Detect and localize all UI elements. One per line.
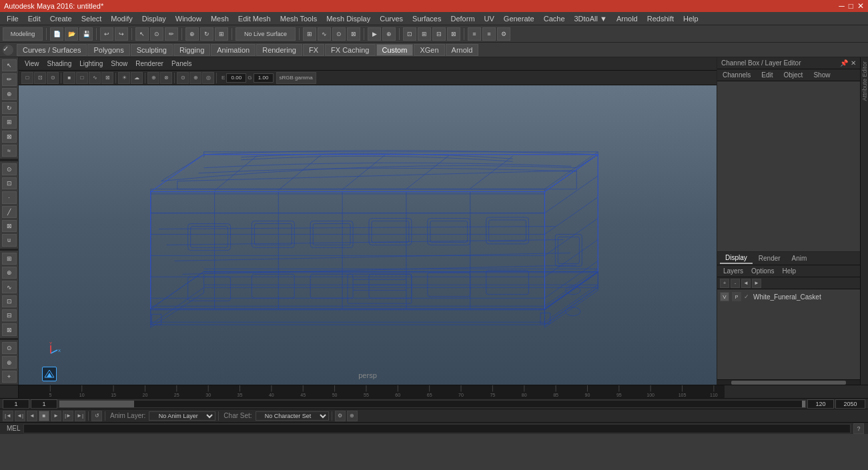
minimize-btn[interactable]: ─ bbox=[839, 1, 845, 11]
vp-menu-show[interactable]: Show bbox=[107, 59, 131, 68]
range-handle[interactable] bbox=[59, 401, 134, 407]
lasso-tool-btn[interactable]: ⊙ bbox=[150, 27, 163, 41]
extrude-btn[interactable]: ⊡ bbox=[2, 295, 17, 307]
menu-edit-mesh[interactable]: Edit Mesh bbox=[234, 14, 275, 23]
transport-next-key[interactable]: |► bbox=[63, 411, 73, 421]
anim-end-input[interactable] bbox=[835, 399, 865, 409]
tool-settings-btn[interactable]: ⚙ bbox=[497, 27, 510, 41]
panel-layout-btn[interactable]: ⊡ bbox=[403, 27, 416, 41]
help-icon[interactable]: ? bbox=[853, 423, 864, 434]
attribute-editor-tab[interactable]: Attribute Editor bbox=[860, 57, 868, 385]
transport-settings2[interactable]: ⊕ bbox=[347, 411, 358, 421]
vp-icon-wireframe[interactable]: □ bbox=[76, 72, 88, 84]
range-start-input[interactable] bbox=[3, 399, 29, 409]
uv-mode[interactable]: u bbox=[2, 234, 17, 246]
shelf-tab-arnold[interactable]: Arnold bbox=[446, 44, 479, 56]
panel-layout4-btn[interactable]: ⊠ bbox=[447, 27, 460, 41]
transport-goto-end[interactable]: ►| bbox=[75, 411, 85, 421]
range-slider[interactable] bbox=[59, 400, 806, 408]
exposure-input[interactable] bbox=[226, 73, 246, 83]
rotate-tool[interactable]: ↻ bbox=[2, 102, 17, 114]
vp-menu-shading[interactable]: Shading bbox=[44, 59, 75, 68]
timeline[interactable]: 5 10 15 20 25 30 35 40 45 50 5 bbox=[0, 385, 868, 398]
vp-icon-camera[interactable]: □ bbox=[21, 72, 33, 84]
save-scene-btn[interactable]: 💾 bbox=[79, 27, 93, 41]
menu-arnold[interactable]: Arnold bbox=[612, 14, 642, 23]
ipr-btn[interactable]: ⊕ bbox=[382, 27, 396, 41]
layer-delete-btn[interactable]: - bbox=[731, 279, 740, 288]
misc-tool3[interactable]: + bbox=[2, 371, 17, 383]
select-tool-btn[interactable]: ↖ bbox=[135, 27, 149, 41]
vp-icon-shading[interactable]: ■ bbox=[63, 72, 75, 84]
menu-mesh[interactable]: Mesh bbox=[207, 14, 233, 23]
menu-window[interactable]: Window bbox=[171, 14, 205, 23]
menu-mesh-tools[interactable]: Mesh Tools bbox=[276, 14, 321, 23]
transport-prev-key[interactable]: ◄| bbox=[15, 411, 25, 421]
range-end-input[interactable] bbox=[807, 399, 834, 409]
menu-help[interactable]: Help bbox=[679, 14, 703, 23]
rotate-tool-btn[interactable]: ↻ bbox=[200, 27, 213, 41]
range-end-handle[interactable] bbox=[802, 401, 805, 407]
new-scene-btn[interactable]: 📄 bbox=[50, 27, 63, 41]
snap-view-btn[interactable]: ⊠ bbox=[347, 27, 360, 41]
soft-mod-tool[interactable]: ≈ bbox=[2, 145, 17, 157]
vp-icon-show2[interactable]: ⊗ bbox=[160, 72, 172, 84]
menu-display[interactable]: Display bbox=[138, 14, 170, 23]
undo-btn[interactable]: ↩ bbox=[100, 27, 113, 41]
shelf-tab-rigging[interactable]: Rigging bbox=[173, 44, 210, 56]
lower-menu-help[interactable]: Help bbox=[779, 267, 799, 275]
workspace-dropdown[interactable]: Modeling bbox=[3, 27, 43, 41]
menu-mesh-display[interactable]: Mesh Display bbox=[322, 14, 374, 23]
layer-arrow-right[interactable]: ► bbox=[752, 279, 761, 288]
shelf-tab-fx[interactable]: FX bbox=[303, 44, 324, 56]
transport-goto-start[interactable]: |◄ bbox=[3, 411, 13, 421]
vp-icon-light1[interactable]: ☀ bbox=[118, 72, 130, 84]
command-input[interactable] bbox=[23, 424, 851, 433]
lower-tab-render[interactable]: Render bbox=[753, 253, 786, 263]
transport-loop[interactable]: ↺ bbox=[91, 411, 102, 421]
panel-layout3-btn[interactable]: ⊟ bbox=[432, 27, 446, 41]
window-controls[interactable]: ─ □ ✕ bbox=[839, 1, 864, 11]
select-tool[interactable]: ↖ bbox=[2, 59, 17, 71]
lower-tab-anim[interactable]: Anim bbox=[787, 253, 813, 263]
scrollbar-thumb[interactable] bbox=[731, 381, 845, 385]
shelf-tab-xgen[interactable]: XGen bbox=[414, 44, 444, 56]
move-tool[interactable]: ⊕ bbox=[2, 88, 17, 100]
char-set-select[interactable]: No Character Set bbox=[256, 411, 329, 421]
misc-tool2[interactable]: ⊕ bbox=[2, 356, 17, 368]
vp-icon-snap2[interactable]: ⊕ bbox=[189, 72, 201, 84]
vp-icon-light2[interactable]: ☁ bbox=[131, 72, 143, 84]
right-panel-scrollbar[interactable] bbox=[717, 379, 860, 385]
channel-tab-channels[interactable]: Channels bbox=[717, 69, 756, 81]
vp-menu-renderer[interactable]: Renderer bbox=[132, 59, 167, 68]
menu-file[interactable]: File bbox=[3, 14, 23, 23]
vert-mode[interactable]: · bbox=[2, 191, 17, 203]
vp-menu-view[interactable]: View bbox=[21, 59, 43, 68]
open-scene-btn[interactable]: 📂 bbox=[65, 27, 78, 41]
gamma-selector[interactable]: sRGB gamma bbox=[276, 72, 316, 84]
move-tool-btn[interactable]: ⊕ bbox=[185, 27, 199, 41]
timeline-track[interactable]: 5 10 15 20 25 30 35 40 45 50 5 bbox=[19, 385, 868, 398]
menu-generate[interactable]: Generate bbox=[500, 14, 538, 23]
transport-stop[interactable]: ■ bbox=[39, 411, 49, 421]
vp-icon-snap1[interactable]: ⊙ bbox=[177, 72, 189, 84]
vp-icon-view1[interactable]: ⊡ bbox=[34, 72, 46, 84]
shelf-tab-sculpting[interactable]: Sculpting bbox=[131, 44, 173, 56]
layer-new-btn[interactable]: + bbox=[720, 279, 729, 288]
redo-btn[interactable]: ↪ bbox=[115, 27, 128, 41]
snap-mode-btn[interactable]: ⊙ bbox=[2, 163, 17, 175]
vp-icon-show1[interactable]: ⊕ bbox=[147, 72, 159, 84]
anim-layer-select[interactable]: No Anim Layer bbox=[149, 411, 215, 421]
viewport[interactable]: View Shading Lighting Show Renderer Pane… bbox=[19, 57, 717, 385]
bridge-btn[interactable]: ⊠ bbox=[2, 323, 17, 335]
lower-menu-options[interactable]: Options bbox=[748, 267, 777, 275]
menu-select[interactable]: Select bbox=[77, 14, 106, 23]
shelf-tab-fx-caching[interactable]: FX Caching bbox=[325, 44, 375, 56]
paint-select-tool[interactable]: ✏ bbox=[2, 73, 17, 85]
vp-icon-isolate[interactable]: ◎ bbox=[202, 72, 214, 84]
transport-play-back[interactable]: ◄ bbox=[27, 411, 37, 421]
vp-icon-textured[interactable]: ⊠ bbox=[101, 72, 113, 84]
snap-curve-btn[interactable]: ∿ bbox=[318, 27, 331, 41]
shelf-tab-rendering[interactable]: Rendering bbox=[256, 44, 302, 56]
menu-uv[interactable]: UV bbox=[480, 14, 498, 23]
